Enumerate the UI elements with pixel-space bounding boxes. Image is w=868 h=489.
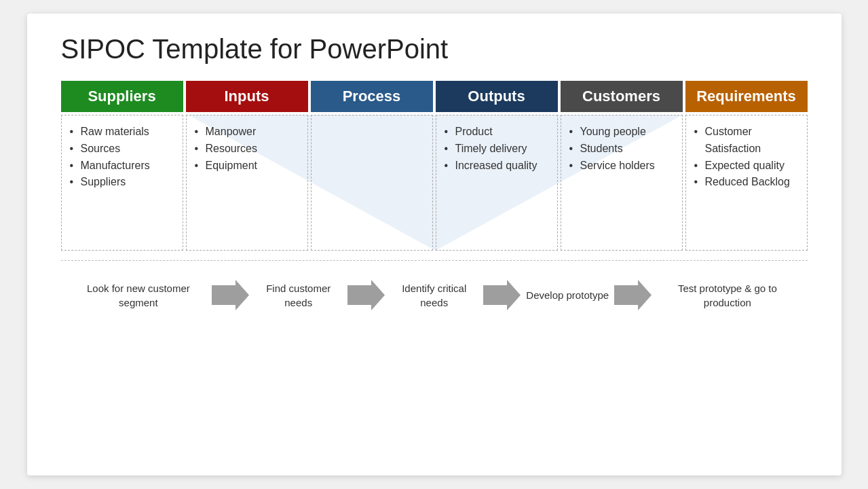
arrow-icon xyxy=(483,280,521,310)
step5: Test prototype & go to production xyxy=(654,281,800,310)
svg-marker-3 xyxy=(614,280,652,310)
list-item: Expected quality xyxy=(693,158,800,175)
process-flow: Look for new customer segment Find custo… xyxy=(61,280,808,310)
list-item: Service holders xyxy=(568,158,675,175)
list-item: Suppliers xyxy=(69,174,176,191)
svg-marker-2 xyxy=(483,280,521,310)
suppliers-cell: Raw materialsSourcesManufacturersSupplie… xyxy=(61,115,183,251)
header-process: Process xyxy=(311,81,433,112)
list-item: Resources xyxy=(193,141,301,158)
list-item: Customer Satisfaction xyxy=(693,124,800,158)
header-inputs: Inputs xyxy=(186,81,308,112)
list-item: Young people xyxy=(568,124,675,141)
divider xyxy=(61,260,808,261)
step3: Identify critical needs xyxy=(388,281,480,310)
list-item: Students xyxy=(568,141,675,158)
inputs-cell: ManpowerResourcesEquipment xyxy=(186,115,308,251)
slide: SIPOC Template for PowerPoint SuppliersI… xyxy=(27,14,842,475)
step4: Develop prototype xyxy=(523,288,611,302)
arrow-icon xyxy=(347,280,385,310)
customers-cell: Young peopleStudentsService holders xyxy=(561,115,683,251)
outputs-cell: ProductTimely deliveryIncreased quality xyxy=(436,115,558,251)
list-item: Equipment xyxy=(193,158,301,175)
page-title: SIPOC Template for PowerPoint xyxy=(61,34,808,65)
sipoc-body: Raw materialsSourcesManufacturersSupplie… xyxy=(61,115,808,251)
list-item: Reduced Backlog xyxy=(693,174,800,191)
step1: Look for new customer segment xyxy=(68,281,210,310)
list-item: Increased quality xyxy=(443,158,550,175)
list-item: Product xyxy=(443,124,550,141)
list-item: Manpower xyxy=(193,124,301,141)
sipoc-headers: SuppliersInputsProcessOutputsCustomersRe… xyxy=(61,81,808,112)
requirements-cell: Customer SatisfactionExpected qualityRed… xyxy=(685,115,808,251)
svg-marker-1 xyxy=(347,280,385,310)
svg-marker-0 xyxy=(212,280,249,310)
header-outputs: Outputs xyxy=(436,81,558,112)
arrow-icon xyxy=(614,280,652,310)
header-customers: Customers xyxy=(561,81,683,112)
list-item: Raw materials xyxy=(69,124,176,141)
list-item: Manufacturers xyxy=(69,158,176,175)
sipoc-table: SuppliersInputsProcessOutputsCustomersRe… xyxy=(61,81,808,251)
step2: Find customer needs xyxy=(252,281,345,310)
arrow-icon xyxy=(212,280,249,310)
process-cell xyxy=(311,115,433,251)
header-suppliers: Suppliers xyxy=(61,81,183,112)
list-item: Timely delivery xyxy=(443,141,550,158)
list-item: Sources xyxy=(69,141,176,158)
header-requirements: Requirements xyxy=(685,81,808,112)
